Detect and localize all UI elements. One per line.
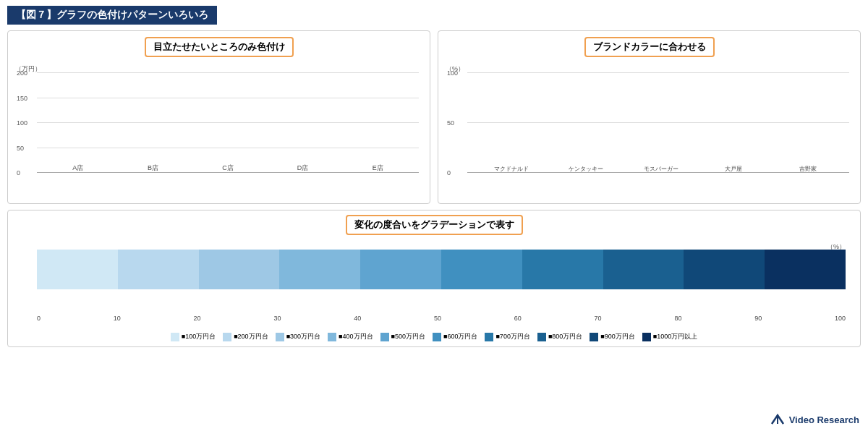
legend-label: ■700万円台 [495,332,529,341]
chart1-inner: 0 50 100 150 200 A店 B店 C店 D店 E店 [37,73,419,173]
legend-label: ■100万円台 [182,332,216,341]
logo-icon [769,411,786,428]
x-axis-label: 100 [835,315,846,322]
x-axis-label: 40 [354,315,361,322]
chart3-x-axis: 0102030405060708090100 [37,315,846,322]
legend-item: ■400万円台 [328,332,373,341]
chart2-title-wrap: ブランドカラーに合わせる [446,37,853,61]
chart2-box: ブランドカラーに合わせる （%） 0 50 100 マクドナルド ケンタッキー … [438,30,861,204]
gradient-segment [684,250,765,289]
bar-group: B店 [116,161,191,173]
bar-group: ケンタッキー [546,163,621,173]
legend-swatch [590,333,598,341]
legend-label: ■1000万円以上 [653,332,697,341]
chart3-box: 変化の度合いをグラデーションで表す （%） 010203040506070809… [7,210,861,347]
x-axis-label: 20 [194,315,201,322]
x-axis-label: 30 [273,315,281,322]
legend-swatch [171,333,179,341]
gradient-segment [360,250,441,289]
legend-label: ■500万円台 [391,332,425,341]
legend-item: ■500万円台 [380,332,425,341]
legend-label: ■400万円台 [339,332,373,341]
legend-swatch [537,333,546,341]
gradient-segment [37,250,118,289]
gradient-segment [279,250,360,289]
bar-group: A店 [41,161,116,173]
legend-item: ■700万円台 [485,332,529,341]
gradient-segment [441,250,522,289]
bar-group: 大戸屋 [696,163,771,173]
legend-item: ■1000万円以上 [642,332,697,341]
legend-swatch [485,333,493,341]
legend-item: ■200万円台 [223,332,268,341]
chart2-bars: マクドナルド ケンタッキー モスバーガー 大戸屋 吉野家 [467,73,849,173]
x-axis-label: 60 [514,315,522,322]
legend-item: ■600万円台 [433,332,477,341]
logo-text: Video Research [789,414,859,425]
legend-label: ■300万円台 [286,332,320,341]
bar-group: C店 [190,161,265,173]
gradient-segment [765,250,846,289]
legend-item: ■100万円台 [171,332,216,341]
bar-group: 吉野家 [770,163,846,173]
gradient-segment [118,250,199,289]
chart1-title: 目立たせたいところのみ色付け [145,37,294,57]
page-wrapper: 【図７】グラフの色付けパターンいろいろ 目立たせたいところのみ色付け （万円） … [0,0,868,434]
legend-swatch [642,333,651,341]
bar-group: マクドナルド [471,163,546,173]
bar-group: モスバーガー [621,163,696,173]
legend-label: ■200万円台 [234,332,268,341]
legend-item: ■900万円台 [590,332,634,341]
legend-item: ■800万円台 [537,332,582,341]
gradient-segment [603,250,684,289]
chart3-title-wrap: 変化の度合いをグラデーションで表す [15,215,853,239]
chart1-bars: A店 B店 C店 D店 E店 [37,73,419,173]
logo-area: Video Research [769,411,859,428]
chart3-gradient-bar [37,250,846,289]
page-title: 【図７】グラフの色付けパターンいろいろ [7,6,217,25]
x-axis-label: 10 [114,315,121,322]
legend-item: ■300万円台 [276,332,320,341]
bar-group: D店 [265,161,341,173]
top-row: 目立たせたいところのみ色付け （万円） 0 50 100 150 200 A店 [7,30,861,204]
chart1-area: （万円） 0 50 100 150 200 A店 B店 C店 [15,64,422,191]
chart1-title-wrap: 目立たせたいところのみ色付け [15,37,422,61]
chart1-x-axis [37,172,419,173]
chart3-area: （%） 0102030405060708090100 [15,242,853,329]
bar-group: E店 [340,161,415,173]
legend-label: ■800万円台 [548,332,582,341]
chart2-inner: 0 50 100 マクドナルド ケンタッキー モスバーガー 大戸屋 吉野家 [467,73,849,173]
legend-label: ■900万円台 [600,332,634,341]
chart2-x-axis [467,172,849,173]
x-axis-label: 50 [434,315,441,322]
chart3-title: 変化の度合いをグラデーションで表す [346,215,523,235]
x-axis-label: 90 [754,315,762,322]
legend-swatch [328,333,336,341]
legend-swatch [433,333,441,341]
chart3-legend: ■100万円台■200万円台■300万円台■400万円台■500万円台■600万… [15,332,853,341]
gradient-segment [522,250,603,289]
x-axis-label: 70 [595,315,602,322]
chart2-title: ブランドカラーに合わせる [584,37,715,57]
x-axis-label: 0 [37,315,41,322]
chart2-area: （%） 0 50 100 マクドナルド ケンタッキー モスバーガー 大戸屋 [446,64,853,191]
chart1-box: 目立たせたいところのみ色付け （万円） 0 50 100 150 200 A店 [7,30,430,204]
legend-swatch [380,333,389,341]
legend-label: ■600万円台 [443,332,477,341]
legend-swatch [276,333,284,341]
legend-swatch [223,333,231,341]
gradient-segment [199,250,280,289]
x-axis-label: 80 [674,315,681,322]
